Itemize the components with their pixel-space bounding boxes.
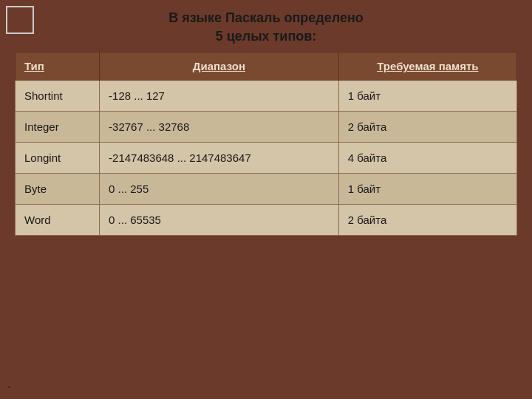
cell-memory: 1 байт — [338, 174, 516, 205]
cell-memory: 2 байта — [338, 205, 516, 236]
cell-range: 0 ... 65535 — [100, 205, 339, 236]
cell-type: Byte — [16, 174, 100, 205]
title-line1: В языке Паскаль определено — [168, 10, 364, 25]
cell-type: Longint — [16, 143, 100, 174]
cell-type: Shortint — [16, 81, 100, 112]
page-title: В языке Паскаль определено 5 целых типов… — [168, 9, 364, 46]
col-header-memory: Требуемая память — [338, 52, 516, 81]
cell-type: Integer — [16, 112, 100, 143]
cell-range: -128 ... 127 — [100, 81, 339, 112]
table-wrapper: Тип Диапазон Требуемая память Shortint-1… — [15, 52, 517, 236]
col-header-type: Тип — [16, 52, 100, 81]
table-body: Shortint-128 ... 1271 байтInteger-32767 … — [16, 81, 517, 236]
data-table: Тип Диапазон Требуемая память Shortint-1… — [15, 52, 517, 236]
col-header-range: Диапазон — [100, 52, 339, 81]
table-row: Byte0 ... 2551 байт — [16, 174, 517, 205]
table-row: Word0 ... 655352 байта — [16, 205, 517, 236]
cell-memory: 1 байт — [338, 81, 516, 112]
cell-range: -2147483648 ... 2147483647 — [100, 143, 339, 174]
cell-range: 0 ... 255 — [100, 174, 339, 205]
title-line2: 5 целых типов: — [216, 29, 317, 44]
cell-memory: 4 байта — [338, 143, 516, 174]
cell-memory: 2 байта — [338, 112, 516, 143]
cell-range: -32767 ... 32768 — [100, 112, 339, 143]
table-row: Shortint-128 ... 1271 байт — [16, 81, 517, 112]
table-row: Integer-32767 ... 327682 байта — [16, 112, 517, 143]
table-row: Longint-2147483648 ... 21474836474 байта — [16, 143, 517, 174]
table-header-row: Тип Диапазон Требуемая память — [16, 52, 517, 81]
footer-dot: · — [7, 379, 11, 395]
decorative-box — [6, 6, 34, 34]
cell-type: Word — [16, 205, 100, 236]
